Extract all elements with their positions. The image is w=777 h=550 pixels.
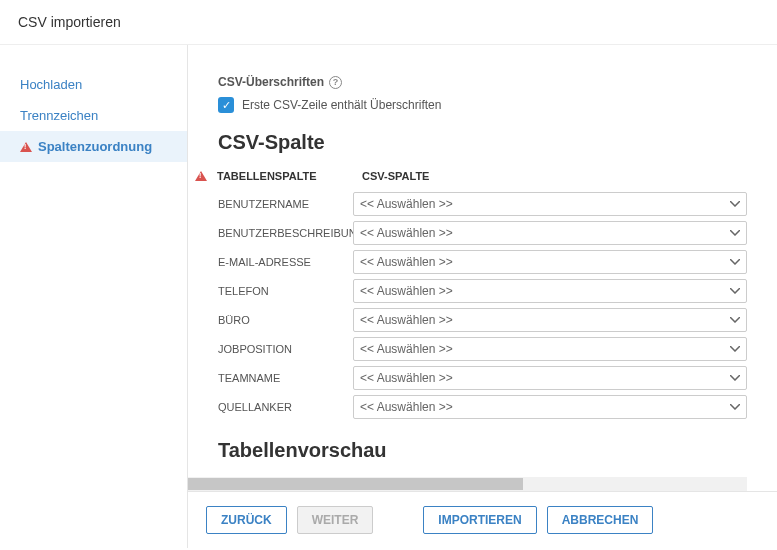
mapping-row-label: TEAMNAME xyxy=(218,372,353,384)
csv-column-select[interactable]: << Auswählen >> xyxy=(353,192,747,216)
csv-headings-label: CSV-Überschriften ? xyxy=(218,75,747,89)
main-scroll-area[interactable]: CSV-Überschriften ? ✓ Erste CSV-Zeile en… xyxy=(188,45,777,477)
csv-column-select[interactable]: << Auswählen >> xyxy=(353,279,747,303)
mapping-header-row: TABELLENSPALTE CSV-SPALTE xyxy=(195,170,747,182)
csv-column-select[interactable]: << Auswählen >> xyxy=(353,250,747,274)
preview-heading: Tabellenvorschau xyxy=(218,439,747,462)
sidebar-item-label: Trennzeichen xyxy=(20,108,98,123)
content: Hochladen Trennzeichen Spaltenzuordnung … xyxy=(0,45,777,548)
first-row-headings-toggle[interactable]: ✓ Erste CSV-Zeile enthält Überschriften xyxy=(218,97,747,113)
mapping-rows: BENUTZERNAME<< Auswählen >>BENUTZERBESCH… xyxy=(218,192,747,419)
mapping-row: E-MAIL-ADRESSE<< Auswählen >> xyxy=(218,250,747,274)
back-button[interactable]: ZURÜCK xyxy=(206,506,287,534)
warning-icon xyxy=(195,171,207,181)
sidebar-item-upload[interactable]: Hochladen xyxy=(0,69,187,100)
checkbox-icon: ✓ xyxy=(218,97,234,113)
mapping-row-label: BENUTZERNAME xyxy=(218,198,353,210)
sidebar-item-column-mapping[interactable]: Spaltenzuordnung xyxy=(0,131,187,162)
sidebar-item-delimiter[interactable]: Trennzeichen xyxy=(0,100,187,131)
sidebar: Hochladen Trennzeichen Spaltenzuordnung xyxy=(0,45,188,548)
import-button[interactable]: IMPORTIEREN xyxy=(423,506,536,534)
scrollbar-thumb[interactable] xyxy=(188,478,523,490)
csv-column-select[interactable]: << Auswählen >> xyxy=(353,395,747,419)
mapping-row-label: JOBPOSITION xyxy=(218,343,353,355)
main-panel: CSV-Überschriften ? ✓ Erste CSV-Zeile en… xyxy=(188,45,777,548)
mapping-row-label: E-MAIL-ADRESSE xyxy=(218,256,353,268)
sidebar-item-label: Hochladen xyxy=(20,77,82,92)
mapping-row: TELEFON<< Auswählen >> xyxy=(218,279,747,303)
cancel-button[interactable]: ABBRECHEN xyxy=(547,506,654,534)
csv-column-heading: CSV-Spalte xyxy=(218,131,747,154)
checkbox-label: Erste CSV-Zeile enthält Überschriften xyxy=(242,98,441,112)
mapping-row: QUELLANKER<< Auswählen >> xyxy=(218,395,747,419)
mapping-row: BENUTZERNAME<< Auswählen >> xyxy=(218,192,747,216)
csv-column-select[interactable]: << Auswählen >> xyxy=(353,366,747,390)
sidebar-item-label: Spaltenzuordnung xyxy=(38,139,152,154)
next-button: WEITER xyxy=(297,506,374,534)
dialog-header: CSV importieren xyxy=(0,0,777,45)
horizontal-scrollbar[interactable] xyxy=(188,477,747,491)
mapping-row-label: QUELLANKER xyxy=(218,401,353,413)
mapping-row-label: BÜRO xyxy=(218,314,353,326)
mapping-row: TEAMNAME<< Auswählen >> xyxy=(218,366,747,390)
help-icon[interactable]: ? xyxy=(329,76,342,89)
warning-icon xyxy=(20,142,32,152)
mapping-row-label: BENUTZERBESCHREIBUNG xyxy=(218,227,353,239)
csv-column-select[interactable]: << Auswählen >> xyxy=(353,337,747,361)
dialog-title: CSV importieren xyxy=(18,14,121,30)
csv-column-header: CSV-SPALTE xyxy=(362,170,429,182)
mapping-row: BENUTZERBESCHREIBUNG<< Auswählen >> xyxy=(218,221,747,245)
table-column-header: TABELLENSPALTE xyxy=(217,170,352,182)
mapping-row-label: TELEFON xyxy=(218,285,353,297)
csv-column-select[interactable]: << Auswählen >> xyxy=(353,221,747,245)
footer: ZURÜCK WEITER IMPORTIEREN ABBRECHEN xyxy=(188,491,777,548)
mapping-row: JOBPOSITION<< Auswählen >> xyxy=(218,337,747,361)
csv-column-select[interactable]: << Auswählen >> xyxy=(353,308,747,332)
mapping-row: BÜRO<< Auswählen >> xyxy=(218,308,747,332)
